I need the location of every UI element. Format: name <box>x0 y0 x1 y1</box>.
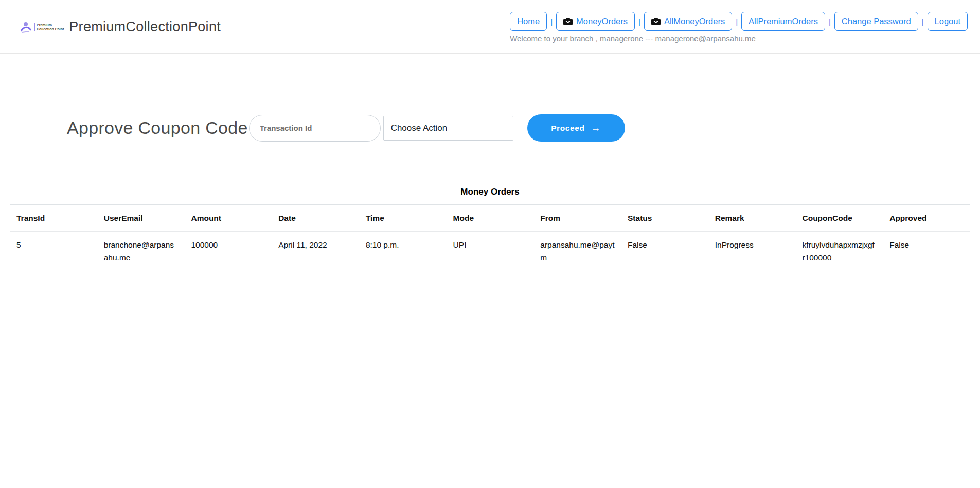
nav-button-allmoneyorders[interactable]: AllMoneyOrders <box>644 12 732 31</box>
table-header-row: TransIdUserEmailAmountDateTimeModeFromSt… <box>10 205 970 232</box>
table-cell: branchone@arpansahu.me <box>97 232 185 269</box>
brand[interactable]: Premium Collection Point PremiumCollecti… <box>20 19 221 35</box>
table-cell: kfruylvduhapxmzjxgfr100000 <box>795 232 883 269</box>
approve-coupon-form: Approve Coupon Code Choose Action Procee… <box>67 114 980 142</box>
nav-button-label: AllPremiumOrders <box>749 16 818 26</box>
proceed-button[interactable]: Proceed → <box>527 114 625 142</box>
column-header: From <box>533 205 621 232</box>
nav-button-label: Change Password <box>842 16 911 26</box>
column-header: TransId <box>10 205 97 232</box>
column-header: CouponCode <box>795 205 883 232</box>
table-cell: arpansahu.me@paytm <box>533 232 621 269</box>
column-header: UserEmail <box>97 205 185 232</box>
nav-button-label: AllMoneyOrders <box>664 16 725 26</box>
proceed-button-label: Proceed <box>551 124 584 133</box>
nav-separator: | <box>829 17 831 26</box>
nav-separator: | <box>736 17 738 26</box>
nav-separator: | <box>638 17 640 26</box>
nav-separator: | <box>922 17 924 26</box>
nav-right: Home|MoneyOrders|AllMoneyOrders|AllPremi… <box>510 12 968 43</box>
table-header: TransIdUserEmailAmountDateTimeModeFromSt… <box>10 205 970 232</box>
nav-button-label: MoneyOrders <box>576 16 628 26</box>
table-cell: False <box>621 232 708 269</box>
nav-button-change-password[interactable]: Change Password <box>834 12 918 31</box>
table-cell: April 11, 2022 <box>272 232 359 269</box>
wallet-icon <box>651 18 661 25</box>
column-header: Approved <box>883 205 970 232</box>
nav-buttons: Home|MoneyOrders|AllMoneyOrders|AllPremi… <box>510 12 968 31</box>
nav-separator: | <box>550 17 553 26</box>
page-title: Approve Coupon Code <box>67 118 248 138</box>
choose-action-select[interactable]: Choose Action <box>383 116 513 141</box>
arrow-right-icon: → <box>591 123 601 134</box>
wallet-icon <box>563 18 573 25</box>
money-orders-table: TransIdUserEmailAmountDateTimeModeFromSt… <box>10 204 970 269</box>
nav-button-label: Logout <box>935 16 960 26</box>
navbar: Premium Collection Point PremiumCollecti… <box>0 0 980 54</box>
column-header: Status <box>621 205 708 232</box>
table-row: 5branchone@arpansahu.me100000April 11, 2… <box>10 232 970 269</box>
main-content: Approve Coupon Code Choose Action Procee… <box>0 114 980 269</box>
nav-button-home[interactable]: Home <box>510 12 547 31</box>
table-cell: InProgress <box>708 232 796 269</box>
table-cell: 100000 <box>184 232 272 269</box>
brand-logo-icon: Premium Collection Point <box>20 21 64 34</box>
column-header: Amount <box>184 205 272 232</box>
nav-button-logout[interactable]: Logout <box>928 12 968 31</box>
nav-button-allpremiumorders[interactable]: AllPremiumOrders <box>741 12 825 31</box>
brand-logo-text: Premium Collection Point <box>34 23 64 31</box>
column-header: Time <box>359 205 447 232</box>
nav-button-label: Home <box>517 16 540 26</box>
column-header: Remark <box>708 205 796 232</box>
transaction-id-input[interactable] <box>249 115 381 142</box>
table-cell: 8:10 p.m. <box>359 232 447 269</box>
table-cell: UPI <box>447 232 534 269</box>
table-cell: False <box>883 232 970 269</box>
table-title: Money Orders <box>0 187 980 197</box>
table-body: 5branchone@arpansahu.me100000April 11, 2… <box>10 232 970 269</box>
nav-button-moneyorders[interactable]: MoneyOrders <box>556 12 635 31</box>
welcome-text: Welcome to your branch , managerone --- … <box>510 34 756 43</box>
column-header: Mode <box>447 205 534 232</box>
column-header: Date <box>272 205 359 232</box>
table-cell: 5 <box>10 232 97 269</box>
brand-name: PremiumCollectionPoint <box>69 19 221 35</box>
